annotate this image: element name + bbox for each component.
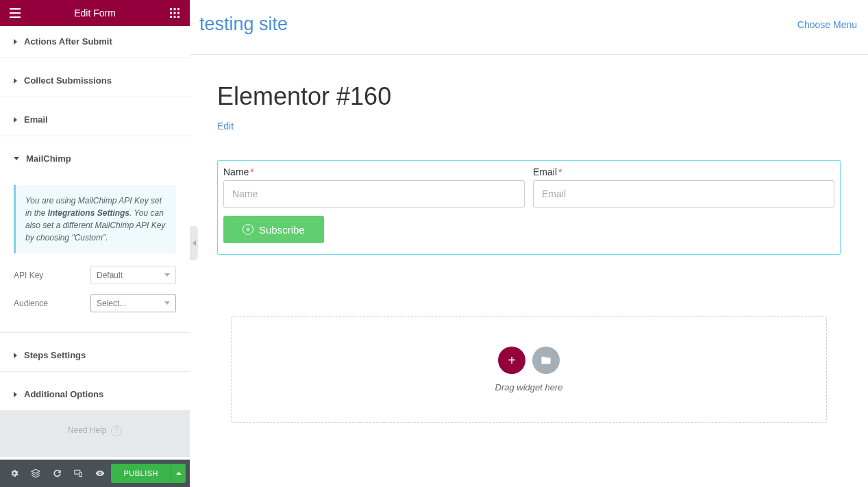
label-text: Name [223,166,249,177]
settings-button[interactable] [4,463,24,484]
publish-options-button[interactable] [171,464,186,483]
svg-rect-9 [170,16,172,18]
sidebar-footer: PUBLISH [0,460,190,487]
section-collect-submissions: Collect Submissions [0,65,190,97]
control-audience: Audience Select... [14,294,176,312]
required-asterisk: * [558,166,562,177]
help-row: Need Help ? [0,411,190,457]
section-label: MailChimp [26,153,71,164]
responsive-button[interactable] [69,463,88,484]
name-field: Name* [223,166,525,208]
dropzone-buttons: + [498,347,560,374]
section-label: Collect Submissions [24,75,112,86]
chevron-down-icon [164,273,170,277]
name-label: Name* [223,166,525,177]
section-toggle[interactable]: Collect Submissions [0,65,190,97]
caret-right-icon [14,392,17,397]
svg-rect-5 [177,8,179,10]
section-toggle[interactable]: Additional Options [0,379,190,410]
caret-down-icon [14,157,19,160]
section-label: Actions After Submit [24,36,112,47]
svg-rect-2 [10,16,21,18]
subscribe-label: Subscribe [259,224,305,236]
section-toggle[interactable]: Email [0,104,190,136]
svg-rect-11 [177,16,179,18]
select-value: Default [97,271,123,280]
section-toggle[interactable]: Steps Settings [0,340,190,371]
chevron-down-icon [164,301,170,305]
plus-circle-icon: + [243,224,253,235]
preview-area: testing site Choose Menu Elementor #160 … [190,0,868,487]
caret-right-icon [14,39,17,45]
email-field: Email* [533,166,834,208]
need-help-link[interactable]: Need Help [68,425,107,435]
section-label: Additional Options [24,389,103,399]
widget-dropzone[interactable]: + Drag widget here [231,316,827,423]
publish-group: PUBLISH [111,464,186,483]
collapse-sidebar-button[interactable] [190,226,198,260]
section-label: Email [24,114,48,125]
svg-rect-4 [174,8,176,10]
section-email: Email [0,104,190,136]
section-toggle[interactable]: MailChimp [0,143,190,175]
chevron-left-icon [193,240,196,246]
form-widget[interactable]: Name* Email* + Subscribe [217,160,841,255]
publish-button[interactable]: PUBLISH [111,464,171,483]
section-toggle[interactable]: Actions After Submit [0,26,190,58]
select-value: Select... [97,299,126,308]
history-button[interactable] [47,463,67,484]
site-title[interactable]: testing site [199,14,288,35]
section-steps-settings: Steps Settings [0,340,190,372]
page-title: Elementor #160 [217,82,841,111]
caret-right-icon [14,78,17,84]
svg-rect-13 [79,473,82,477]
mailchimp-info-box: You are using MailChimp API Key set in t… [14,185,176,253]
submit-row: + Subscribe [223,216,834,243]
preview-button[interactable] [90,463,110,484]
section-additional-options: Additional Options [0,379,190,411]
edit-link[interactable]: Edit [217,121,234,132]
svg-rect-3 [170,8,172,10]
section-mailchimp: MailChimp You are using MailChimp API Ke… [0,143,190,333]
required-asterisk: * [250,166,253,177]
section-body-mailchimp: You are using MailChimp API Key set in t… [0,175,190,332]
section-actions-after-submit: Actions After Submit [0,26,190,58]
caret-right-icon [14,353,17,358]
label-text: Email [533,166,557,177]
dropzone-text: Drag widget here [495,382,563,392]
help-icon[interactable]: ? [111,425,122,436]
svg-rect-0 [10,8,21,10]
navigator-button[interactable] [25,463,45,484]
name-input[interactable] [223,180,525,208]
svg-rect-6 [170,12,172,14]
email-input[interactable] [533,180,834,208]
sidebar: Edit Form Actions After Submit Collect S… [0,0,190,487]
api-key-label: API Key [14,271,43,280]
menu-icon[interactable] [7,5,23,21]
page-body: Elementor #160 Edit Name* Email* + Subsc… [190,55,868,450]
api-key-select[interactable]: Default [90,266,176,284]
sidebar-header: Edit Form [0,0,190,26]
svg-rect-1 [10,12,21,14]
apps-grid-icon[interactable] [166,5,183,21]
caret-up-icon [176,472,182,475]
svg-rect-10 [174,16,176,18]
svg-rect-7 [174,12,176,14]
caret-right-icon [14,117,17,123]
control-api-key: API Key Default [14,266,176,284]
info-bold: Integrations Settings [48,208,129,218]
subscribe-button[interactable]: + Subscribe [223,216,324,243]
section-label: Steps Settings [24,350,86,360]
template-library-button[interactable] [532,347,560,374]
site-header: testing site Choose Menu [190,0,868,55]
sidebar-accordion: Actions After Submit Collect Submissions… [0,26,190,460]
svg-rect-8 [177,12,179,14]
add-section-button[interactable]: + [498,347,525,374]
choose-menu-link[interactable]: Choose Menu [797,19,857,30]
email-label: Email* [533,166,834,177]
sidebar-title: Edit Form [74,8,116,18]
audience-select[interactable]: Select... [90,294,176,312]
audience-label: Audience [14,299,48,308]
